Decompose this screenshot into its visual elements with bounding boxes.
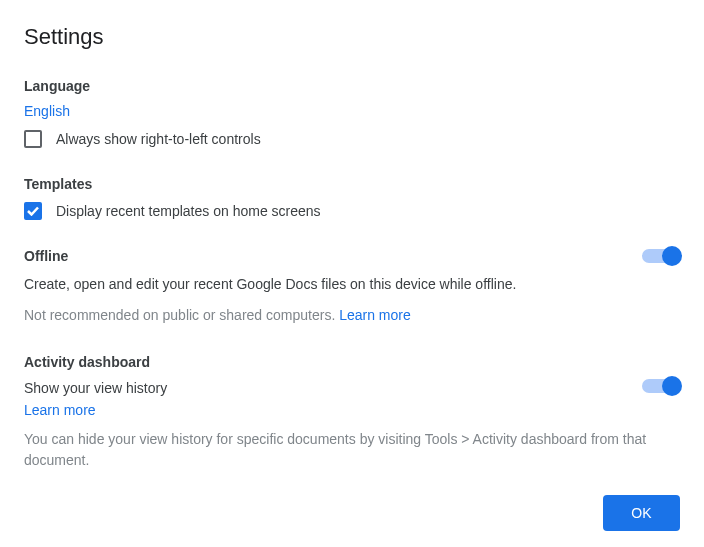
templates-checkbox[interactable] <box>24 202 42 220</box>
toggle-thumb <box>662 376 682 396</box>
language-section: Language English Always show right-to-le… <box>24 78 680 148</box>
templates-section: Templates Display recent templates on ho… <box>24 176 680 220</box>
rtl-checkbox-row[interactable]: Always show right-to-left controls <box>24 130 680 148</box>
toggle-thumb <box>662 246 682 266</box>
activity-section: Activity dashboard Show your view histor… <box>24 354 680 471</box>
templates-checkbox-label: Display recent templates on home screens <box>56 203 321 219</box>
activity-show-label: Show your view history <box>24 378 680 399</box>
page-title: Settings <box>24 24 680 50</box>
rtl-checkbox-label: Always show right-to-left controls <box>56 131 261 147</box>
offline-desc: Create, open and edit your recent Google… <box>24 274 680 295</box>
templates-header: Templates <box>24 176 680 192</box>
language-current-link[interactable]: English <box>24 103 70 119</box>
check-icon <box>27 206 39 216</box>
offline-learn-more-link[interactable]: Learn more <box>339 307 411 323</box>
templates-checkbox-row[interactable]: Display recent templates on home screens <box>24 202 680 220</box>
offline-warning-line: Not recommended on public or shared comp… <box>24 305 680 326</box>
rtl-checkbox[interactable] <box>24 130 42 148</box>
offline-warning: Not recommended on public or shared comp… <box>24 307 339 323</box>
activity-learn-more-link[interactable]: Learn more <box>24 402 96 418</box>
offline-section: Offline Create, open and edit your recen… <box>24 248 680 326</box>
activity-toggle[interactable] <box>642 376 680 396</box>
offline-header: Offline <box>24 248 680 264</box>
ok-button[interactable]: OK <box>603 495 680 531</box>
activity-header: Activity dashboard <box>24 354 680 370</box>
offline-toggle[interactable] <box>642 246 680 266</box>
activity-hint: You can hide your view history for speci… <box>24 429 680 471</box>
language-header: Language <box>24 78 680 94</box>
